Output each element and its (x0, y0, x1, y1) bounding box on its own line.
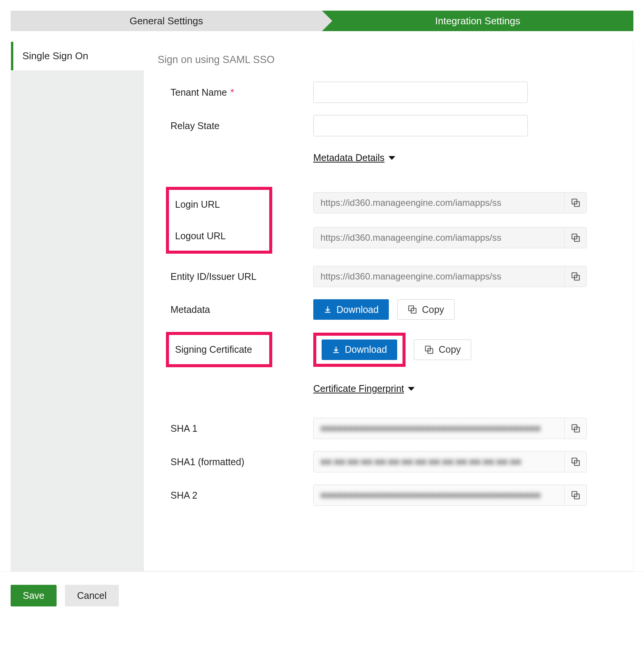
chevron-down-icon (408, 387, 415, 391)
metadata-label: Metadata (170, 304, 210, 315)
step-general-settings[interactable]: General Settings (11, 11, 322, 31)
logout-url-label: Logout URL (174, 227, 264, 245)
copy-icon (571, 233, 581, 243)
sha2-field: ■■■■■■■■■■■■■■■■■■■■■■■■■■■■■■■■■■■■■■■■ (313, 485, 587, 506)
copy-label: Copy (439, 344, 461, 355)
login-url-value: https://id360.manageengine.com/iamapps/s… (314, 194, 564, 211)
metadata-download-button[interactable]: Download (313, 299, 389, 320)
metadata-copy-button[interactable]: Copy (397, 299, 454, 320)
highlight-signing-cert: Signing Certificate (166, 332, 272, 367)
copy-icon (407, 305, 417, 314)
login-url-field: https://id360.manageengine.com/iamapps/s… (313, 192, 587, 213)
logout-url-field: https://id360.manageengine.com/iamapps/s… (313, 227, 587, 248)
certificate-fingerprint-toggle[interactable]: Certificate Fingerprint (313, 383, 415, 394)
copy-icon (571, 198, 581, 208)
footer-actions: Save Cancel (0, 572, 644, 624)
entity-id-value: https://id360.manageengine.com/iamapps/s… (314, 268, 564, 285)
tenant-name-input[interactable] (313, 82, 528, 103)
sha1-value: ■■■■■■■■■■■■■■■■■■■■■■■■■■■■■■■■■■■■■■■■ (314, 420, 564, 437)
logout-url-value: https://id360.manageengine.com/iamapps/s… (314, 229, 564, 246)
save-button[interactable]: Save (11, 585, 57, 606)
metadata-details-toggle[interactable]: Metadata Details (313, 152, 395, 163)
sha2-copy-button[interactable] (564, 485, 586, 505)
tenant-name-label: Tenant Name (170, 87, 227, 98)
signing-cert-download-button[interactable]: Download (322, 339, 397, 360)
entity-id-copy-button[interactable] (564, 266, 586, 287)
login-url-label: Login URL (174, 196, 264, 213)
sidebar-item-sso[interactable]: Single Sign On (11, 42, 144, 70)
cancel-button[interactable]: Cancel (65, 585, 119, 606)
sha1-formatted-field: ■■:■■:■■:■■:■■:■■:■■:■■:■■:■■:■■:■■:■■:■… (313, 451, 587, 472)
signing-cert-copy-button[interactable]: Copy (414, 339, 471, 360)
sha1-field: ■■■■■■■■■■■■■■■■■■■■■■■■■■■■■■■■■■■■■■■■ (313, 418, 587, 439)
step-integration-settings[interactable]: Integration Settings (322, 11, 633, 31)
download-label: Download (345, 344, 387, 355)
copy-icon (571, 272, 581, 281)
chevron-down-icon (388, 156, 395, 160)
login-url-copy-button[interactable] (564, 193, 586, 213)
sha1-copy-button[interactable] (564, 418, 586, 439)
logout-url-copy-button[interactable] (564, 227, 586, 248)
sha1-formatted-value: ■■:■■:■■:■■:■■:■■:■■:■■:■■:■■:■■:■■:■■:■… (314, 453, 564, 470)
required-asterisk: * (230, 87, 234, 98)
sha1-label: SHA 1 (170, 423, 197, 434)
highlight-signing-download: Download (313, 333, 406, 367)
download-icon (324, 305, 332, 314)
copy-icon (424, 345, 434, 355)
signing-cert-label: Signing Certificate (174, 341, 264, 358)
relay-state-input[interactable] (313, 115, 528, 136)
section-title: Sign on using SAML SSO (158, 54, 615, 66)
sha2-label: SHA 2 (170, 490, 197, 501)
step-integration-label: Integration Settings (435, 15, 520, 27)
copy-icon (571, 490, 581, 500)
sha2-value: ■■■■■■■■■■■■■■■■■■■■■■■■■■■■■■■■■■■■■■■■ (314, 487, 564, 504)
sidebar: Single Sign On (11, 42, 144, 571)
sha1-formatted-copy-button[interactable] (564, 452, 586, 472)
copy-icon (571, 423, 581, 433)
relay-state-label: Relay State (170, 120, 219, 131)
sha1-formatted-label: SHA1 (formatted) (170, 456, 245, 467)
copy-label: Copy (422, 304, 444, 315)
download-icon (332, 346, 340, 354)
certificate-fingerprint-label: Certificate Fingerprint (313, 383, 404, 394)
sidebar-item-label: Single Sign On (22, 50, 88, 62)
entity-id-label: Entity ID/Issuer URL (170, 271, 256, 282)
highlight-login-logout: Login URL Logout URL (166, 187, 272, 254)
step-general-label: General Settings (129, 15, 203, 27)
copy-icon (571, 457, 581, 467)
entity-id-field: https://id360.manageengine.com/iamapps/s… (313, 266, 587, 287)
download-label: Download (336, 304, 379, 315)
step-header: General Settings Integration Settings (11, 11, 633, 31)
metadata-details-label: Metadata Details (313, 152, 385, 163)
